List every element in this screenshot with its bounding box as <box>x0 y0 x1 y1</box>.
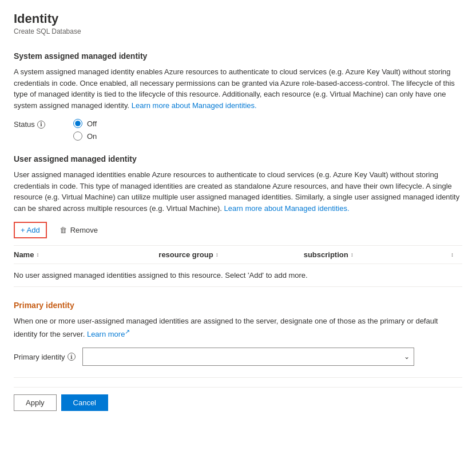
sort-rg-icon[interactable]: ↕ <box>216 252 219 258</box>
primary-identity-learn-more-link[interactable]: Learn more↗ <box>87 330 130 338</box>
system-assigned-learn-more-link[interactable]: Learn more about Managed identities. <box>132 101 257 110</box>
radio-on-input[interactable] <box>73 131 82 141</box>
radio-off-input[interactable] <box>73 119 82 128</box>
system-assigned-title: System assigned managed identity <box>14 51 462 61</box>
primary-identity-description: When one or more user-assigned managed i… <box>14 316 462 340</box>
primary-identity-info-icon[interactable]: ℹ <box>68 353 76 361</box>
radio-on[interactable]: On <box>73 131 97 141</box>
col-actions: ↕ <box>449 250 462 259</box>
remove-label: Remove <box>70 226 98 234</box>
col-resource-group: resource group ↕ <box>158 250 303 259</box>
sort-name-icon[interactable]: ↕ <box>36 252 39 258</box>
radio-off-label: Off <box>87 119 97 128</box>
primary-identity-label: Primary identity ℹ <box>14 353 77 361</box>
status-radio-group: Off On <box>73 119 97 141</box>
sort-actions-icon[interactable]: ↕ <box>451 252 454 258</box>
trash-icon: 🗑 <box>60 226 67 234</box>
footer-divider <box>14 377 462 378</box>
apply-button[interactable]: Apply <box>14 394 57 411</box>
status-info-icon[interactable]: ℹ <box>37 121 45 129</box>
radio-off[interactable]: Off <box>73 119 97 128</box>
page-subtitle: Create SQL Database <box>14 27 462 35</box>
table-header: Name ↕ resource group ↕ subscription ↕ ↕ <box>14 246 462 264</box>
col-subscription: subscription ↕ <box>304 250 449 259</box>
user-assigned-title: User assigned managed identity <box>14 154 462 163</box>
external-link-icon: ↗ <box>125 328 130 335</box>
footer-actions: Apply Cancel <box>14 387 462 411</box>
table-empty-message: No user assigned managed identities assi… <box>14 264 462 286</box>
status-label: Status ℹ <box>14 120 60 129</box>
primary-identity-title: Primary identity <box>14 301 462 310</box>
radio-on-label: On <box>87 132 97 141</box>
user-assigned-table: Name ↕ resource group ↕ subscription ↕ ↕… <box>14 245 462 287</box>
user-assigned-section: User assigned managed identity User assi… <box>14 154 462 287</box>
remove-button[interactable]: 🗑 Remove <box>54 223 104 237</box>
primary-identity-dropdown-wrapper: ⌄ <box>82 348 414 366</box>
user-assigned-actions: + Add 🗑 Remove <box>14 222 462 238</box>
user-assigned-learn-more-link[interactable]: Learn more about Managed identities. <box>224 204 350 213</box>
primary-identity-dropdown[interactable] <box>82 348 414 366</box>
add-button[interactable]: + Add <box>14 222 47 238</box>
system-assigned-section: System assigned managed identity A syste… <box>14 51 462 141</box>
system-assigned-description: A system assigned managed identity enabl… <box>14 66 462 111</box>
col-name: Name ↕ <box>14 250 158 259</box>
cancel-button[interactable]: Cancel <box>61 394 108 411</box>
page-title: Identity <box>14 11 462 26</box>
sort-sub-icon[interactable]: ↕ <box>351 252 354 258</box>
user-assigned-description: User assigned managed identities enable … <box>14 169 462 214</box>
primary-identity-section: Primary identity When one or more user-a… <box>14 301 462 366</box>
primary-identity-row: Primary identity ℹ ⌄ <box>14 348 462 366</box>
status-row: Status ℹ Off On <box>14 119 462 141</box>
